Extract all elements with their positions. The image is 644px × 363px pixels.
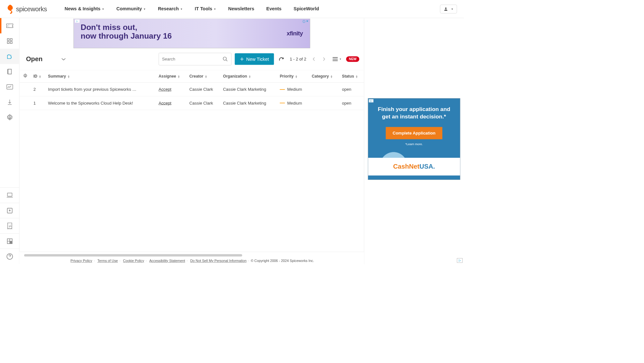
search-box[interactable]: [159, 53, 231, 65]
col-summary[interactable]: Summary: [46, 70, 156, 83]
banner-ad[interactable]: ▷ ⓘ✕ Don't miss out, now through January…: [73, 19, 310, 48]
ad-info-icon[interactable]: ▷: [369, 99, 373, 102]
footer-cookie[interactable]: Cookie Policy: [123, 259, 144, 263]
gear-icon: [23, 73, 27, 78]
nav-events[interactable]: Events: [260, 6, 288, 12]
logo-icon: [6, 4, 14, 14]
cell-summary: Welcome to the Spiceworks Cloud Help Des…: [46, 96, 156, 110]
chevron-down-icon: ▼: [102, 7, 104, 10]
nav-spiceworld[interactable]: SpiceWorld: [288, 6, 325, 12]
top-nav: spiceworks News & Insights▼ Community▼ R…: [0, 0, 464, 18]
invoice-icon: $: [7, 222, 13, 229]
footer: Privacy Policy· Terms of Use· Cookie Pol…: [19, 252, 364, 264]
chart-icon: [6, 84, 13, 89]
svg-text:$: $: [9, 225, 10, 228]
new-badge[interactable]: NEW: [346, 56, 359, 62]
sidebar-bottom: $: [0, 187, 19, 264]
laptop-icon: [6, 192, 13, 198]
download-icon: [7, 99, 12, 105]
complete-application-button[interactable]: Complete Application: [386, 127, 442, 139]
chevron-down-icon: [61, 58, 66, 61]
search-input[interactable]: [162, 57, 222, 61]
right-panel: ▷ Finish your application and get an ins…: [364, 18, 464, 264]
user-menu[interactable]: ▼: [440, 5, 457, 13]
table-row[interactable]: 2 Import tickets from your previous Spic…: [19, 83, 364, 96]
sidebar-grid[interactable]: [0, 234, 19, 249]
sidebar-laptop[interactable]: [0, 188, 19, 203]
sidebar-reports[interactable]: [0, 79, 19, 95]
right-ad[interactable]: ▷ Finish your application and get an ins…: [368, 98, 460, 180]
active-indicator: [0, 18, 1, 33]
svg-point-6: [9, 116, 10, 118]
pager-prev[interactable]: [311, 55, 318, 63]
footer-accessibility[interactable]: Accessibility Statement: [149, 259, 185, 263]
main: ▷ ⓘ✕ Don't miss out, now through January…: [19, 18, 464, 264]
accept-link[interactable]: Accept: [159, 101, 171, 105]
toolbar: Open New Ticket 1 - 2 of 2 ▼ NEW: [19, 48, 364, 70]
col-id[interactable]: ID: [31, 70, 45, 83]
gear-icon: [6, 114, 13, 121]
right-ad-title: Finish your application and get an insta…: [375, 106, 454, 121]
svg-point-0: [445, 7, 447, 9]
sidebar-knowledge[interactable]: [0, 64, 19, 79]
col-status[interactable]: Status: [340, 70, 364, 83]
cell-priority: —Medium: [280, 87, 307, 93]
col-category[interactable]: Category: [310, 70, 340, 83]
density-button[interactable]: ▼: [331, 57, 343, 61]
column-settings[interactable]: [19, 70, 31, 83]
sidebar-tickets[interactable]: [0, 18, 19, 33]
footer-privacy[interactable]: Privacy Policy: [71, 259, 92, 263]
cell-category: [310, 83, 340, 96]
sidebar-help[interactable]: [0, 249, 19, 264]
ad-close[interactable]: ⓘ✕: [303, 20, 309, 23]
ticket-icon: [6, 23, 13, 28]
ad-info-icon: ⓘ: [303, 20, 305, 23]
sidebar-invoice[interactable]: $: [0, 218, 19, 234]
chevron-down-icon: ▼: [214, 7, 216, 10]
accept-link[interactable]: Accept: [159, 87, 171, 91]
col-organization[interactable]: Organization: [221, 70, 277, 83]
sidebar-feature[interactable]: [0, 49, 19, 64]
cell-status: open: [340, 83, 364, 96]
sort-icon: [178, 75, 180, 79]
nav-newsletters[interactable]: Newsletters: [222, 6, 260, 12]
sort-icon: [355, 75, 358, 79]
refresh-button[interactable]: [277, 55, 286, 63]
cell-organization: Cassie Clark Marketing: [221, 96, 277, 110]
sidebar-dashboard[interactable]: [0, 33, 19, 49]
ad-info-icon[interactable]: ▷: [75, 19, 79, 23]
content: ▷ ⓘ✕ Don't miss out, now through January…: [19, 18, 364, 264]
sidebar-import[interactable]: [0, 203, 19, 219]
ad-corner-icon[interactable]: ▷: [457, 258, 462, 263]
svg-rect-11: [10, 241, 12, 243]
puzzle-icon: [6, 53, 13, 60]
horizontal-scrollbar[interactable]: [24, 254, 242, 256]
table-row[interactable]: 1 Welcome to the Spiceworks Cloud Help D…: [19, 96, 364, 110]
footer-donotsell[interactable]: Do Not Sell My Personal Information: [190, 259, 247, 263]
col-assignee[interactable]: Assignee: [156, 70, 187, 83]
sidebar-settings[interactable]: [0, 110, 19, 125]
logo-text: spiceworks: [16, 5, 47, 13]
new-ticket-button[interactable]: New Ticket: [235, 53, 274, 65]
cell-id: 1: [31, 96, 45, 110]
nav-news-insights[interactable]: News & Insights▼: [59, 6, 111, 12]
chevron-down-icon: ▼: [451, 7, 454, 10]
filter-dropdown[interactable]: Open: [26, 55, 66, 63]
table-header-row: ID Summary Assignee Creator Organization…: [19, 70, 364, 83]
close-icon: ✕: [306, 20, 308, 23]
col-priority[interactable]: Priority: [277, 70, 309, 83]
nav-research[interactable]: Research▼: [152, 6, 188, 12]
nav-items: News & Insights▼ Community▼ Research▼ IT…: [59, 6, 325, 12]
table-wrap: ID Summary Assignee Creator Organization…: [19, 70, 364, 264]
right-ad-brand: CashNetUSA.: [368, 158, 460, 175]
footer-terms[interactable]: Terms of Use: [97, 259, 118, 263]
col-creator[interactable]: Creator: [187, 70, 221, 83]
nav-community[interactable]: Community▼: [111, 6, 152, 12]
sidebar-download[interactable]: [0, 95, 19, 110]
nav-it-tools[interactable]: IT Tools▼: [189, 6, 222, 12]
chevron-right-icon: [323, 57, 326, 61]
chevron-down-icon: ▼: [339, 58, 341, 60]
pager-next[interactable]: [321, 55, 328, 63]
logo[interactable]: spiceworks: [6, 4, 47, 14]
cell-priority: —Medium: [280, 100, 307, 106]
